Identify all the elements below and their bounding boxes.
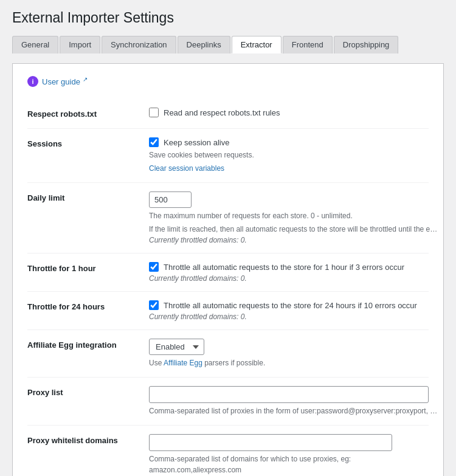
daily-limit-input[interactable] (149, 191, 192, 208)
tabs-bar: General Import Synchronization Deeplinks… (12, 36, 444, 53)
setting-sessions: Sessions Keep session alive Save cookies… (27, 129, 429, 183)
affiliate-egg-link[interactable]: Affiliate Egg (164, 359, 202, 367)
sessions-checkbox-label[interactable]: Keep session alive (164, 138, 229, 147)
setting-proxy-whitelist: Proxy whitelist domains Comma-separated … (27, 426, 429, 476)
proxy-list-control: Comma-separated list of proxies in the f… (149, 386, 441, 416)
throttle-1h-checkbox-label[interactable]: Throttle all automatic requests to the s… (164, 263, 404, 272)
throttle-24h-checkbox-label[interactable]: Throttle all automatic requests to the s… (164, 301, 417, 310)
throttle-1h-checkbox[interactable] (149, 262, 159, 272)
affiliate-egg-label: Affiliate Egg integration (27, 339, 149, 350)
proxy-whitelist-input[interactable] (149, 434, 392, 451)
daily-limit-helper2: If the limit is reached, then all automa… (149, 224, 441, 235)
external-link-icon: ↗ (83, 76, 88, 83)
respect-robots-checkbox-label[interactable]: Read and respect robots.txt rules (164, 108, 280, 117)
throttle-24h-control: Throttle all automatic requests to the s… (149, 300, 429, 321)
daily-limit-control: The maximum number of requests for each … (149, 191, 441, 244)
setting-proxy-list: Proxy list Comma-separated list of proxi… (27, 378, 429, 426)
throttle-1h-italic: Currently throttled domains: 0. (149, 274, 429, 283)
throttle-24h-italic: Currently throttled domains: 0. (149, 312, 429, 321)
proxy-list-label: Proxy list (27, 386, 149, 397)
proxy-whitelist-helper: Comma-separated list of domains for whic… (149, 454, 429, 475)
user-guide-section: i User guide ↗ (27, 76, 429, 87)
proxy-list-input[interactable] (149, 386, 429, 403)
sessions-control: Keep session alive Save cookies between … (149, 137, 429, 174)
respect-robots-label: Respect robots.txt (27, 108, 149, 119)
affiliate-egg-control: Enabled Disabled Use Affiliate Egg parse… (149, 339, 429, 368)
setting-throttle-1h: Throttle for 1 hour Throttle all automat… (27, 254, 429, 292)
sessions-label: Sessions (27, 137, 149, 148)
respect-robots-control: Read and respect robots.txt rules (149, 108, 429, 120)
affiliate-egg-select[interactable]: Enabled Disabled (149, 339, 204, 355)
tab-extractor[interactable]: Extractor (232, 36, 282, 53)
daily-limit-helper1: The maximum number of requests for each … (149, 210, 441, 221)
proxy-whitelist-control: Comma-separated list of domains for whic… (149, 434, 429, 475)
setting-respect-robots: Respect robots.txt Read and respect robo… (27, 99, 429, 129)
tab-deeplinks[interactable]: Deeplinks (178, 36, 230, 53)
proxy-whitelist-label: Proxy whitelist domains (27, 434, 149, 445)
throttle-24h-checkbox[interactable] (149, 300, 159, 310)
info-icon: i (27, 76, 38, 87)
affiliate-egg-helper: Use Affiliate Egg parsers if possible. (149, 357, 429, 368)
throttle-1h-control: Throttle all automatic requests to the s… (149, 262, 429, 283)
proxy-list-helper: Comma-separated list of proxies in the f… (149, 405, 441, 416)
tab-import[interactable]: Import (60, 36, 100, 53)
sessions-link-wrapper: Clear session variables (149, 163, 429, 174)
daily-limit-helper3: Currently throttled domains: 0. (149, 236, 441, 244)
respect-robots-checkbox[interactable] (149, 108, 159, 117)
setting-affiliate-egg: Affiliate Egg integration Enabled Disabl… (27, 330, 429, 378)
throttle-1h-label: Throttle for 1 hour (27, 262, 149, 273)
tab-general[interactable]: General (12, 36, 58, 53)
clear-session-link[interactable]: Clear session variables (149, 164, 224, 173)
tab-synchronization[interactable]: Synchronization (102, 36, 176, 53)
tab-dropshipping[interactable]: Dropshipping (334, 36, 399, 53)
daily-limit-label: Daily limit (27, 191, 149, 202)
setting-daily-limit: Daily limit The maximum number of reques… (27, 183, 429, 254)
sessions-helper: Save cookies between requests. (149, 150, 429, 160)
tab-frontend[interactable]: Frontend (283, 36, 333, 53)
setting-throttle-24h: Throttle for 24 hours Throttle all autom… (27, 292, 429, 330)
sessions-checkbox[interactable] (149, 137, 159, 147)
page-title: External Importer Settings (12, 10, 444, 26)
throttle-24h-label: Throttle for 24 hours (27, 300, 149, 311)
content-panel: i User guide ↗ Respect robots.txt Read a… (12, 63, 444, 476)
user-guide-link[interactable]: User guide ↗ (42, 76, 88, 86)
